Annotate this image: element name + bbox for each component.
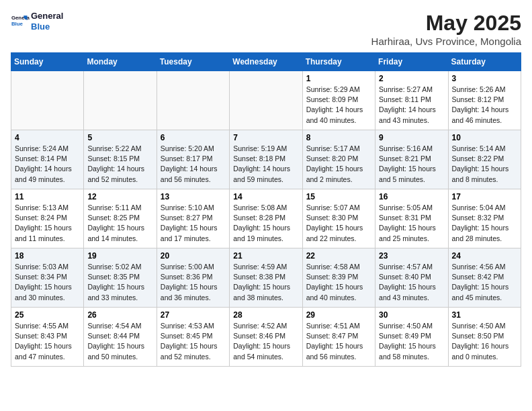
- day-number: 5: [87, 133, 152, 142]
- logo-icon: General Blue: [11, 12, 30, 31]
- calendar-cell: [84, 71, 157, 130]
- week-row-5: 25Sunrise: 4:55 AM Sunset: 8:43 PM Dayli…: [11, 308, 521, 367]
- cell-info: Sunrise: 4:58 AM Sunset: 8:39 PM Dayligh…: [306, 262, 371, 303]
- cell-info: Sunrise: 5:10 AM Sunset: 8:27 PM Dayligh…: [161, 203, 226, 244]
- cell-info: Sunrise: 4:57 AM Sunset: 8:40 PM Dayligh…: [379, 262, 444, 303]
- cell-info: Sunrise: 5:24 AM Sunset: 8:14 PM Dayligh…: [15, 144, 80, 185]
- page-header: General Blue General Blue May 2025 Harhi…: [11, 11, 521, 47]
- day-number: 27: [161, 310, 226, 320]
- day-number: 21: [233, 251, 298, 261]
- calendar-cell: 16Sunrise: 5:05 AM Sunset: 8:31 PM Dayli…: [375, 189, 448, 248]
- calendar-cell: 5Sunrise: 5:22 AM Sunset: 8:15 PM Daylig…: [84, 130, 157, 189]
- cell-info: Sunrise: 5:03 AM Sunset: 8:34 PM Dayligh…: [15, 262, 80, 303]
- calendar-cell: 24Sunrise: 4:56 AM Sunset: 8:42 PM Dayli…: [448, 248, 521, 308]
- calendar-cell: [230, 71, 302, 130]
- day-number: 23: [379, 251, 444, 261]
- calendar-cell: 25Sunrise: 4:55 AM Sunset: 8:43 PM Dayli…: [11, 308, 84, 367]
- day-number: 19: [87, 251, 152, 261]
- week-row-3: 11Sunrise: 5:13 AM Sunset: 8:24 PM Dayli…: [11, 189, 521, 248]
- calendar-cell: 10Sunrise: 5:14 AM Sunset: 8:22 PM Dayli…: [448, 130, 521, 189]
- calendar-cell: [11, 71, 84, 130]
- day-number: 9: [379, 133, 444, 142]
- col-header-friday: Friday: [375, 53, 448, 71]
- calendar-cell: 28Sunrise: 4:52 AM Sunset: 8:46 PM Dayli…: [230, 308, 302, 367]
- day-number: 6: [161, 133, 226, 142]
- day-number: 8: [306, 133, 371, 142]
- title-block: May 2025 Harhiraa, Uvs Province, Mongoli…: [371, 11, 521, 47]
- calendar-cell: 29Sunrise: 4:51 AM Sunset: 8:47 PM Dayli…: [302, 308, 375, 367]
- cell-info: Sunrise: 4:56 AM Sunset: 8:42 PM Dayligh…: [452, 262, 517, 303]
- cell-info: Sunrise: 4:50 AM Sunset: 8:50 PM Dayligh…: [452, 321, 517, 362]
- calendar-cell: 9Sunrise: 5:16 AM Sunset: 8:21 PM Daylig…: [375, 130, 448, 189]
- calendar-cell: 8Sunrise: 5:17 AM Sunset: 8:20 PM Daylig…: [302, 130, 375, 189]
- day-number: 17: [452, 192, 517, 201]
- day-number: 1: [306, 74, 371, 83]
- cell-info: Sunrise: 4:53 AM Sunset: 8:45 PM Dayligh…: [161, 321, 226, 362]
- day-number: 11: [15, 192, 80, 201]
- calendar-cell: 7Sunrise: 5:19 AM Sunset: 8:18 PM Daylig…: [230, 130, 302, 189]
- calendar-cell: 15Sunrise: 5:07 AM Sunset: 8:30 PM Dayli…: [302, 189, 375, 248]
- calendar-cell: 4Sunrise: 5:24 AM Sunset: 8:14 PM Daylig…: [11, 130, 84, 189]
- cell-info: Sunrise: 5:02 AM Sunset: 8:35 PM Dayligh…: [87, 262, 152, 303]
- col-header-saturday: Saturday: [448, 53, 521, 71]
- calendar-cell: 13Sunrise: 5:10 AM Sunset: 8:27 PM Dayli…: [157, 189, 229, 248]
- day-number: 2: [379, 74, 444, 83]
- col-header-monday: Monday: [84, 53, 157, 71]
- cell-info: Sunrise: 5:05 AM Sunset: 8:31 PM Dayligh…: [379, 203, 444, 244]
- col-header-tuesday: Tuesday: [157, 53, 229, 71]
- calendar-cell: 1Sunrise: 5:29 AM Sunset: 8:09 PM Daylig…: [302, 71, 375, 130]
- cell-info: Sunrise: 5:27 AM Sunset: 8:11 PM Dayligh…: [379, 85, 444, 126]
- calendar-cell: 26Sunrise: 4:54 AM Sunset: 8:44 PM Dayli…: [84, 308, 157, 367]
- cell-info: Sunrise: 5:19 AM Sunset: 8:18 PM Dayligh…: [233, 144, 298, 185]
- day-number: 31: [452, 310, 517, 320]
- cell-info: Sunrise: 5:08 AM Sunset: 8:28 PM Dayligh…: [233, 203, 298, 244]
- day-number: 14: [233, 192, 298, 201]
- cell-info: Sunrise: 5:22 AM Sunset: 8:15 PM Dayligh…: [87, 144, 152, 185]
- subtitle: Harhiraa, Uvs Province, Mongolia: [371, 36, 521, 47]
- day-number: 30: [379, 310, 444, 320]
- day-number: 15: [306, 192, 371, 201]
- day-number: 24: [452, 251, 517, 261]
- cell-info: Sunrise: 5:04 AM Sunset: 8:32 PM Dayligh…: [452, 203, 517, 244]
- calendar-cell: 31Sunrise: 4:50 AM Sunset: 8:50 PM Dayli…: [448, 308, 521, 367]
- calendar-cell: 19Sunrise: 5:02 AM Sunset: 8:35 PM Dayli…: [84, 248, 157, 308]
- day-number: 10: [452, 133, 517, 142]
- logo: General Blue General Blue: [11, 11, 63, 32]
- day-number: 18: [15, 251, 80, 261]
- logo-text: General Blue: [31, 11, 63, 32]
- calendar-table: SundayMondayTuesdayWednesdayThursdayFrid…: [11, 52, 521, 367]
- calendar-cell: [157, 71, 229, 130]
- day-number: 25: [15, 310, 80, 320]
- cell-info: Sunrise: 5:29 AM Sunset: 8:09 PM Dayligh…: [306, 85, 371, 126]
- day-number: 13: [161, 192, 226, 201]
- cell-info: Sunrise: 4:52 AM Sunset: 8:46 PM Dayligh…: [233, 321, 298, 362]
- cell-info: Sunrise: 4:54 AM Sunset: 8:44 PM Dayligh…: [87, 321, 152, 362]
- cell-info: Sunrise: 5:00 AM Sunset: 8:36 PM Dayligh…: [161, 262, 226, 303]
- cell-info: Sunrise: 5:16 AM Sunset: 8:21 PM Dayligh…: [379, 144, 444, 185]
- day-number: 20: [161, 251, 226, 261]
- week-row-2: 4Sunrise: 5:24 AM Sunset: 8:14 PM Daylig…: [11, 130, 521, 189]
- cell-info: Sunrise: 4:50 AM Sunset: 8:49 PM Dayligh…: [379, 321, 444, 362]
- main-title: May 2025: [371, 11, 521, 36]
- day-number: 3: [452, 74, 517, 83]
- day-number: 28: [233, 310, 298, 320]
- calendar-cell: 30Sunrise: 4:50 AM Sunset: 8:49 PM Dayli…: [375, 308, 448, 367]
- calendar-cell: 27Sunrise: 4:53 AM Sunset: 8:45 PM Dayli…: [157, 308, 229, 367]
- calendar-cell: 21Sunrise: 4:59 AM Sunset: 8:38 PM Dayli…: [230, 248, 302, 308]
- cell-info: Sunrise: 4:55 AM Sunset: 8:43 PM Dayligh…: [15, 321, 80, 362]
- header-row: SundayMondayTuesdayWednesdayThursdayFrid…: [11, 53, 521, 71]
- calendar-cell: 17Sunrise: 5:04 AM Sunset: 8:32 PM Dayli…: [448, 189, 521, 248]
- cell-info: Sunrise: 5:20 AM Sunset: 8:17 PM Dayligh…: [161, 144, 226, 185]
- calendar-cell: 23Sunrise: 4:57 AM Sunset: 8:40 PM Dayli…: [375, 248, 448, 308]
- calendar-cell: 11Sunrise: 5:13 AM Sunset: 8:24 PM Dayli…: [11, 189, 84, 248]
- calendar-cell: 2Sunrise: 5:27 AM Sunset: 8:11 PM Daylig…: [375, 71, 448, 130]
- calendar-cell: 3Sunrise: 5:26 AM Sunset: 8:12 PM Daylig…: [448, 71, 521, 130]
- day-number: 7: [233, 133, 298, 142]
- calendar-cell: 22Sunrise: 4:58 AM Sunset: 8:39 PM Dayli…: [302, 248, 375, 308]
- cell-info: Sunrise: 5:14 AM Sunset: 8:22 PM Dayligh…: [452, 144, 517, 185]
- calendar-cell: 20Sunrise: 5:00 AM Sunset: 8:36 PM Dayli…: [157, 248, 229, 308]
- calendar-cell: 12Sunrise: 5:11 AM Sunset: 8:25 PM Dayli…: [84, 189, 157, 248]
- day-number: 12: [87, 192, 152, 201]
- week-row-4: 18Sunrise: 5:03 AM Sunset: 8:34 PM Dayli…: [11, 248, 521, 308]
- calendar-cell: 14Sunrise: 5:08 AM Sunset: 8:28 PM Dayli…: [230, 189, 302, 248]
